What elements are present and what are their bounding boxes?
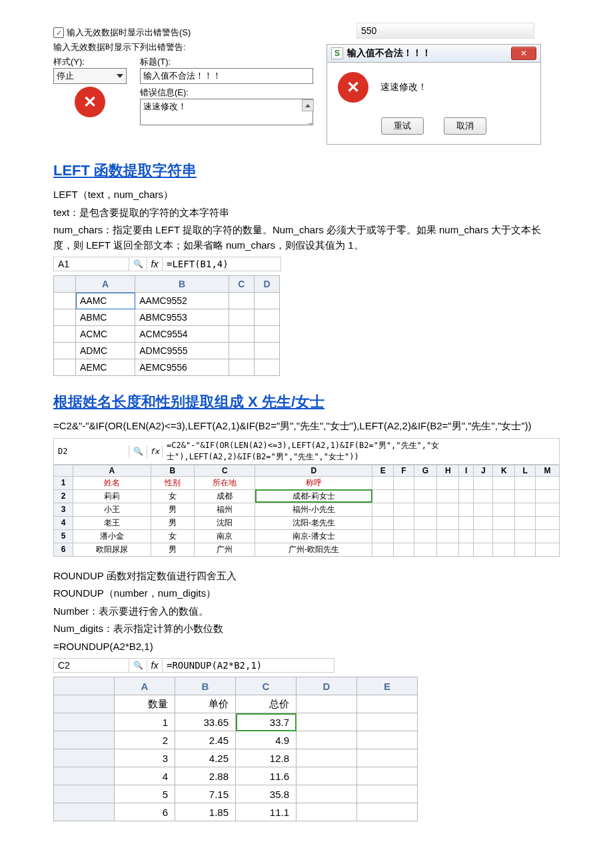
error-textarea[interactable]: 速速修改！ → bbox=[140, 99, 313, 125]
col-E[interactable]: E bbox=[372, 465, 394, 476]
cell[interactable] bbox=[459, 476, 474, 489]
cell[interactable] bbox=[515, 489, 535, 503]
cell[interactable] bbox=[229, 359, 254, 376]
cell[interactable] bbox=[474, 516, 493, 529]
cell[interactable]: ABMC bbox=[76, 309, 135, 326]
col-K[interactable]: K bbox=[493, 465, 515, 476]
cancel-button[interactable]: 取消 bbox=[444, 117, 486, 135]
cell[interactable]: ACMC bbox=[76, 326, 135, 343]
row-label[interactable]: 6 bbox=[54, 543, 73, 556]
cell[interactable] bbox=[437, 543, 459, 556]
cell[interactable] bbox=[459, 516, 474, 529]
cell[interactable] bbox=[414, 476, 437, 489]
cell[interactable]: 11.6 bbox=[236, 767, 297, 785]
cell[interactable] bbox=[297, 695, 357, 713]
cell[interactable] bbox=[357, 785, 418, 803]
row-label[interactable] bbox=[54, 749, 115, 767]
cell[interactable] bbox=[515, 476, 535, 489]
cell[interactable] bbox=[474, 476, 493, 489]
cell[interactable] bbox=[394, 503, 414, 516]
cell[interactable]: 沈阳-老先生 bbox=[255, 516, 372, 529]
cell[interactable]: 所在地 bbox=[195, 476, 255, 489]
cell[interactable] bbox=[254, 326, 279, 343]
fx-label[interactable]: fx bbox=[147, 257, 163, 271]
cell[interactable] bbox=[493, 529, 515, 543]
retry-button[interactable]: 重试 bbox=[381, 117, 424, 135]
col-F[interactable]: F bbox=[394, 465, 414, 476]
formula-bar[interactable]: =LEFT(B1,4) bbox=[163, 257, 281, 271]
scroll-up-button[interactable] bbox=[302, 99, 314, 111]
title-input[interactable]: 输入值不合法！！！ bbox=[140, 68, 313, 84]
col-B[interactable]: B bbox=[175, 677, 236, 695]
row-label[interactable] bbox=[54, 803, 115, 821]
cell[interactable]: 成都-莉女士 bbox=[255, 489, 372, 503]
col-A[interactable]: A bbox=[76, 276, 135, 293]
row-label[interactable]: 5 bbox=[54, 529, 73, 543]
cell[interactable]: AEMC9556 bbox=[135, 359, 229, 376]
cell[interactable] bbox=[414, 516, 437, 529]
cell[interactable] bbox=[474, 489, 493, 503]
cell[interactable]: 总价 bbox=[236, 695, 297, 713]
cell[interactable] bbox=[535, 543, 559, 556]
cell[interactable]: 南京 bbox=[195, 529, 255, 543]
cell[interactable] bbox=[297, 713, 357, 731]
col-L[interactable]: L bbox=[515, 465, 535, 476]
cell[interactable] bbox=[474, 503, 493, 516]
name-box[interactable]: C2 bbox=[54, 659, 129, 672]
formula-bar[interactable]: =ROUNDUP(A2*B2,1) bbox=[163, 659, 334, 672]
row-label[interactable] bbox=[54, 695, 115, 713]
cell[interactable] bbox=[493, 476, 515, 489]
col-B[interactable]: B bbox=[135, 276, 229, 293]
cell[interactable] bbox=[357, 731, 418, 749]
name-box[interactable]: D2 bbox=[54, 445, 129, 457]
cell[interactable] bbox=[357, 713, 418, 731]
row-label[interactable] bbox=[54, 767, 115, 785]
cell[interactable]: 莉莉 bbox=[73, 489, 151, 503]
row-label[interactable] bbox=[54, 731, 115, 749]
magnify-icon[interactable]: 🔍 bbox=[129, 659, 147, 671]
cell[interactable] bbox=[394, 516, 414, 529]
cell[interactable] bbox=[437, 476, 459, 489]
cell[interactable] bbox=[357, 749, 418, 767]
corner-cell[interactable] bbox=[54, 465, 73, 476]
cell[interactable]: ADMC bbox=[76, 343, 135, 359]
cell[interactable] bbox=[493, 503, 515, 516]
cell[interactable] bbox=[394, 489, 414, 503]
cell[interactable] bbox=[459, 503, 474, 516]
cell[interactable] bbox=[414, 503, 437, 516]
cell[interactable]: 2 bbox=[115, 731, 175, 749]
magnify-icon[interactable]: 🔍 bbox=[129, 445, 147, 457]
cell[interactable]: 1 bbox=[115, 713, 175, 731]
cell[interactable] bbox=[474, 529, 493, 543]
cell[interactable] bbox=[297, 785, 357, 803]
cell[interactable] bbox=[474, 543, 493, 556]
close-button[interactable]: ✕ bbox=[511, 47, 536, 60]
cell[interactable]: 12.8 bbox=[236, 749, 297, 767]
cell[interactable]: 欧阳尿尿 bbox=[73, 543, 151, 556]
cell[interactable] bbox=[254, 343, 279, 359]
cell[interactable]: 单价 bbox=[175, 695, 236, 713]
cell[interactable] bbox=[254, 359, 279, 376]
cell[interactable]: 福州 bbox=[195, 503, 255, 516]
col-J[interactable]: J bbox=[474, 465, 493, 476]
cell[interactable]: ADMC9555 bbox=[135, 343, 229, 359]
cell[interactable] bbox=[229, 343, 254, 359]
cell[interactable]: 3 bbox=[115, 749, 175, 767]
cell[interactable]: 广州-欧阳先生 bbox=[255, 543, 372, 556]
cell[interactable] bbox=[414, 543, 437, 556]
cell[interactable] bbox=[414, 529, 437, 543]
row-label[interactable]: 3 bbox=[54, 503, 73, 516]
cell[interactable] bbox=[394, 476, 414, 489]
cell[interactable] bbox=[515, 503, 535, 516]
checkbox-show-error[interactable]: ✓ bbox=[53, 27, 64, 38]
cell[interactable] bbox=[515, 529, 535, 543]
cell[interactable]: AAMC9552 bbox=[135, 293, 229, 309]
cell[interactable] bbox=[297, 803, 357, 821]
cell[interactable] bbox=[437, 489, 459, 503]
cell[interactable]: 4 bbox=[115, 767, 175, 785]
cell[interactable] bbox=[297, 731, 357, 749]
cell[interactable] bbox=[297, 767, 357, 785]
cell[interactable] bbox=[459, 489, 474, 503]
cell[interactable] bbox=[493, 516, 515, 529]
fx-label[interactable]: fx bbox=[147, 659, 163, 672]
